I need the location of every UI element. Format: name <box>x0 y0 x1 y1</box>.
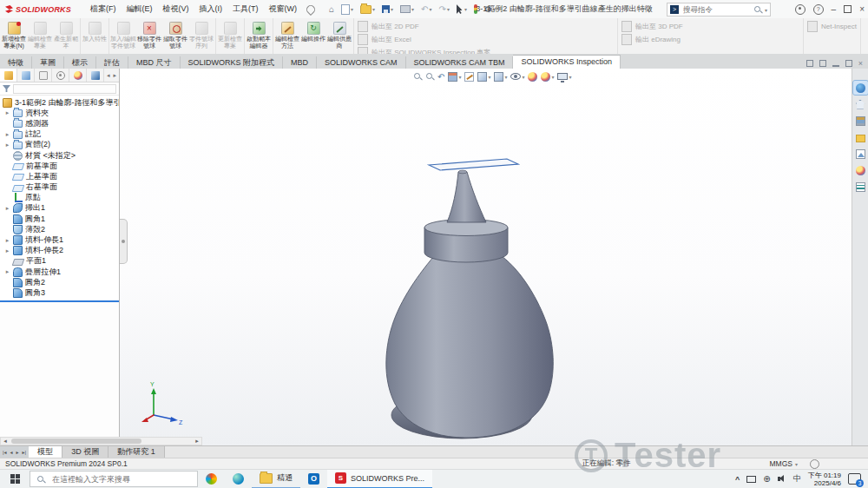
expand-arrow-icon[interactable]: ▸ <box>4 205 10 212</box>
tree-item-10[interactable]: 圓角1 <box>0 214 119 224</box>
command-tab-評估[interactable]: 評估 <box>96 56 128 69</box>
tree-item-2[interactable]: ▸註記 <box>0 129 119 140</box>
panel-tab-dimxpertmanager[interactable] <box>52 69 69 82</box>
tree-item-4[interactable]: 材質 <未指定> <box>0 150 119 161</box>
tree-item-5[interactable]: 前基準面 <box>0 161 119 171</box>
tree-item-11[interactable]: 薄殼2 <box>0 224 119 234</box>
panel-flyout-handle[interactable] <box>120 219 128 264</box>
close-button[interactable]: × <box>859 5 865 14</box>
taskbar-app-edge[interactable] <box>225 470 252 488</box>
expand-arrow-icon[interactable]: ▸ <box>4 142 10 148</box>
menu-item-2[interactable]: 檢視(V) <box>158 3 194 15</box>
menu-item-0[interactable]: 檔案(F) <box>85 3 122 15</box>
scroll-right-icon[interactable]: ▸ <box>193 438 201 445</box>
expand-arrow-icon[interactable]: ▸ <box>4 247 10 254</box>
filter-input[interactable] <box>13 84 116 94</box>
next-window-icon[interactable] <box>819 60 826 67</box>
tree-root-item[interactable]: 3-1範例2 由輪廓-路徑和多導引曲線產生的掃出特徵 <box>0 97 119 108</box>
menu-item-5[interactable]: 視窗(W) <box>264 3 303 15</box>
expand-arrow-icon[interactable]: ▸ <box>4 268 10 275</box>
ribbon-button-capture-balloons[interactable]: 擷取零件號球 <box>162 20 188 49</box>
tree-item-8[interactable]: 原點 <box>0 193 119 203</box>
ribbon-button-remove-balloons[interactable]: 移除零件號球 <box>136 20 162 49</box>
print-button[interactable]: ▾ <box>398 2 417 16</box>
taskbar-search[interactable] <box>30 471 198 487</box>
ribbon-button-new-inspection-project[interactable]: 新增檢查專案(N) <box>1 20 27 49</box>
search-input[interactable] <box>681 4 751 15</box>
panel-tab-propertymanager[interactable] <box>17 69 35 82</box>
task-pane-tab-appearances-scenes[interactable] <box>853 163 868 177</box>
units-selector[interactable]: MMGS ▾ <box>770 459 798 468</box>
menu-item-3[interactable]: 插入(I) <box>194 3 228 15</box>
notification-center-icon[interactable]: 3 <box>848 473 861 485</box>
performance-evaluation-button[interactable] <box>471 2 480 16</box>
expand-arrow-icon[interactable]: ▸ <box>4 109 10 116</box>
options-gear-button[interactable]: ⚙▾ <box>482 2 498 16</box>
command-search[interactable]: > ▾ <box>667 3 771 16</box>
hide-show-items-button[interactable]: ▾ <box>510 73 524 80</box>
task-pane-tab-solidworks-resources[interactable] <box>853 97 868 111</box>
menu-item-1[interactable]: 編輯(E) <box>122 3 158 15</box>
panel-tab-configurationmanager[interactable] <box>35 69 52 82</box>
display-style-button[interactable]: ▾ <box>494 72 507 82</box>
first-tab-icon[interactable]: |◂ <box>2 449 8 455</box>
save-button[interactable]: ▾ <box>379 2 396 16</box>
tree-item-14[interactable]: 平面1 <box>0 256 119 267</box>
tree-item-13[interactable]: ▸填料-伸長2 <box>0 246 119 256</box>
search-caret-icon[interactable]: ▾ <box>765 7 767 13</box>
close-document-icon[interactable]: × <box>858 60 863 67</box>
zoom-to-area-button[interactable] <box>425 72 434 81</box>
ime-indicator[interactable]: 中 <box>793 473 801 485</box>
previous-view-button[interactable]: ↶ <box>437 72 444 82</box>
last-tab-icon[interactable]: ▸| <box>22 449 28 455</box>
tree-item-0[interactable]: ▸資料夾 <box>0 108 119 118</box>
view-settings-button[interactable]: ▾ <box>557 73 571 80</box>
panel-tab-displaymanager[interactable] <box>69 69 87 82</box>
panel-tab-inspection[interactable] <box>87 69 104 82</box>
status-tag-icon[interactable] <box>810 459 819 469</box>
undo-button[interactable]: ↶▾ <box>418 2 434 16</box>
tree-item-1[interactable]: 感測器 <box>0 118 119 129</box>
redo-button[interactable]: ↷▾ <box>437 2 452 16</box>
model-body[interactable] <box>386 170 553 439</box>
taskbar-app-copilot[interactable] <box>198 470 225 488</box>
edit-appearance-button[interactable] <box>528 72 537 82</box>
tree-filter[interactable] <box>0 82 119 96</box>
scrollbar-thumb[interactable] <box>11 439 141 444</box>
previous-window-icon[interactable] <box>806 60 813 67</box>
ribbon-button-edit-supplier[interactable]: 編輯供應商 <box>326 20 352 49</box>
clock[interactable]: 下午 01:19 2025/4/6 <box>808 472 841 487</box>
select-cursor-button[interactable]: ▾ <box>454 2 470 16</box>
ribbon-button-edit-operation[interactable]: 編輯操作 <box>300 20 326 43</box>
apply-scene-button[interactable]: ▾ <box>541 72 554 82</box>
sketch-plane-outline[interactable] <box>429 159 518 170</box>
taskbar-search-input[interactable] <box>50 474 191 485</box>
tree-item-16[interactable]: 圓角2 <box>0 277 119 287</box>
task-pane-tab-custom-properties[interactable] <box>853 180 868 194</box>
minimize-button[interactable]: – <box>832 5 837 14</box>
pin-menu-icon[interactable] <box>305 3 317 15</box>
ribbon-button-launch-template-editor[interactable]: 啟動範本編輯器 <box>246 20 272 49</box>
start-button[interactable] <box>0 470 30 488</box>
task-pane-tab-view-palette[interactable] <box>853 147 868 161</box>
expand-arrow-icon[interactable]: ▸ <box>4 131 10 138</box>
next-tab-icon[interactable]: ▸ <box>16 449 20 455</box>
sketch-settings-button[interactable] <box>464 72 474 82</box>
section-view-button[interactable]: ▾ <box>448 72 461 82</box>
doc-tab-3d-視圖[interactable]: 3D 視圖 <box>62 446 108 458</box>
expand-arrow-icon[interactable]: ▸ <box>4 237 10 244</box>
command-tab-solidworks-cam-tbm[interactable]: SOLIDWORKS CAM TBM <box>406 56 514 69</box>
panel-horizontal-scrollbar[interactable]: ◂ ▸ <box>0 437 202 445</box>
tree-item-15[interactable]: ▸疊層拉伸1 <box>0 267 119 277</box>
view-orientation-button[interactable]: ▾ <box>477 72 490 82</box>
scroll-left-icon[interactable]: ◂ <box>1 438 10 445</box>
tree-item-17[interactable]: 圓角3 <box>0 287 119 298</box>
taskbar-app-folder[interactable]: 精通 <box>252 470 300 488</box>
zoom-to-fit-button[interactable] <box>413 72 422 81</box>
command-tab-特徵[interactable]: 特徵 <box>0 56 32 69</box>
doc-tab-動作研究-1[interactable]: 動作研究 1 <box>108 446 165 458</box>
command-tab-solidworks-cam[interactable]: SOLIDWORKS CAM <box>317 56 406 69</box>
menu-item-4[interactable]: 工具(T) <box>227 3 264 15</box>
command-tab-mbd[interactable]: MBD <box>283 56 317 69</box>
tree-item-3[interactable]: ▸實體(2) <box>0 140 119 150</box>
